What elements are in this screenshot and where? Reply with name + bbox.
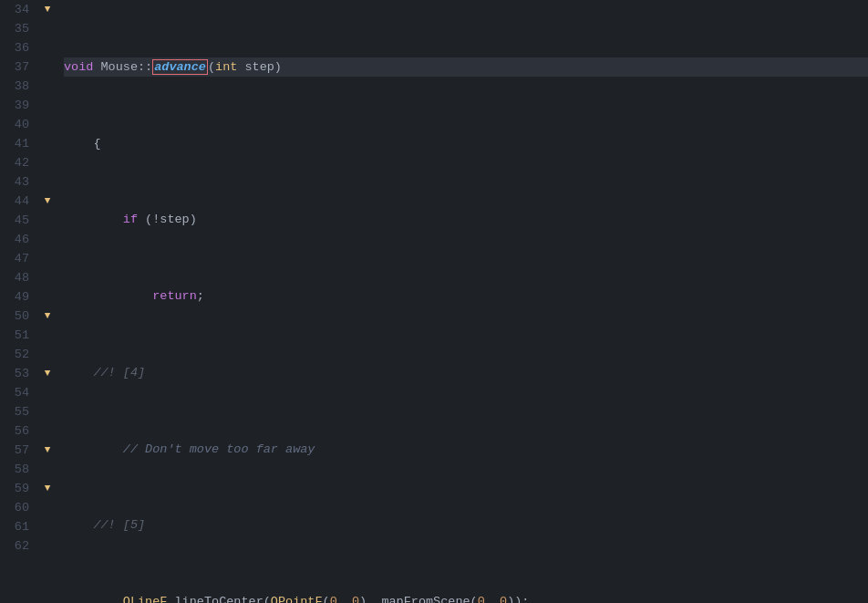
line-number: 46 [0,230,29,249]
code-text: //! [4] [64,363,145,382]
line-number: 35 [0,19,29,38]
line-number: 56 [0,421,29,441]
code-line-41: QLineF lineToCenter(QPointF(0, 0), mapFr… [64,592,868,603]
line-number: 38 [0,77,29,96]
code-text: void Mouse::advance(int step) [64,57,282,77]
code-area[interactable]: void Mouse::advance(int step) { if (!ste… [57,0,868,603]
line-number: 45 [0,211,29,230]
line-number: 49 [0,287,29,307]
line-number: 60 [0,498,29,517]
line-number: 36 [0,38,29,57]
code-text: // Don't move too far away [64,440,315,459]
line-number: 34 [0,0,29,19]
code-line-35: { [64,134,868,153]
fold-arrow-59[interactable]: ▼ [45,481,51,496]
code-line-39: // Don't move too far away [64,440,868,459]
line-number: 51 [0,326,29,345]
fold-arrow-50[interactable]: ▼ [45,308,51,324]
line-number: 37 [0,57,29,77]
line-number: 52 [0,345,29,364]
line-number: 40 [0,115,29,134]
line-number: 58 [0,460,29,479]
code-text: return; [64,286,204,306]
line-number: 54 [0,383,29,402]
line-number: 42 [0,153,29,172]
code-line-40: //! [5] [64,515,868,535]
line-number: 61 [0,517,29,536]
fold-gutter: ▼ ▼ ▼ ▼ ▼ ▼ [38,0,57,603]
line-number: 55 [0,402,29,421]
code-text: if (!step) [64,210,197,229]
line-number: 43 [0,172,29,192]
code-text: QLineF lineToCenter(QPointF(0, 0), mapFr… [64,592,529,603]
fold-arrow-53[interactable]: ▼ [45,366,51,381]
code-line-37: return; [64,286,868,306]
line-number: 57 [0,441,29,460]
code-text: //! [5] [64,515,145,535]
line-number: 62 [0,536,29,556]
fold-arrow-44[interactable]: ▼ [45,193,51,209]
line-number: 39 [0,96,29,115]
line-number: 53 [0,364,29,383]
line-number: 47 [0,249,29,268]
line-number: 59 [0,479,29,498]
line-number: 41 [0,134,29,153]
code-line-34: void Mouse::advance(int step) [64,57,868,77]
fold-arrow-57[interactable]: ▼ [45,442,51,458]
code-text: { [64,134,101,153]
line-number: 48 [0,268,29,287]
code-line-38: //! [4] [64,363,868,382]
code-line-36: if (!step) [64,210,868,229]
line-number: 50 [0,307,29,326]
line-number: 44 [0,192,29,211]
fold-arrow-34[interactable]: ▼ [45,2,51,17]
code-editor: 34 35 36 37 38 39 40 41 42 43 44 45 46 4… [0,0,868,603]
line-numbers: 34 35 36 37 38 39 40 41 42 43 44 45 46 4… [0,0,38,603]
